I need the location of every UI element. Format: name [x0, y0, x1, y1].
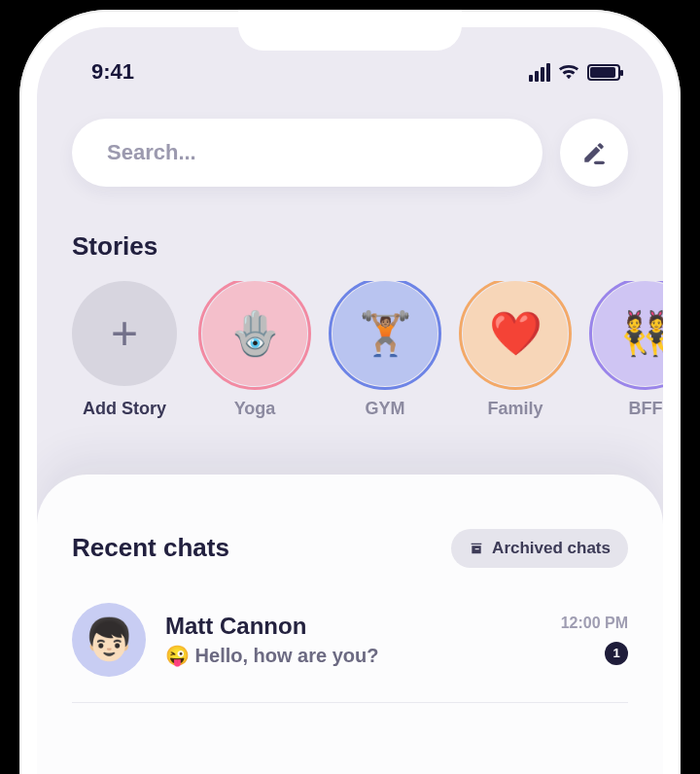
status-time: 9:41 — [91, 59, 134, 85]
plus-icon: + — [111, 310, 138, 357]
phone-frame: 9:41 Search... — [19, 10, 681, 774]
pencil-icon — [581, 140, 607, 165]
stories-row[interactable]: + Add Story 🪬 Yoga 🏋🏽 GYM ❤️ — [37, 281, 663, 420]
svg-rect-0 — [594, 161, 605, 164]
search-row: Search... — [37, 95, 663, 187]
story-emoji: 🏋🏽 — [359, 308, 412, 359]
chat-row[interactable]: 👦🏻 Matt Cannon 😜 Hello, how are you? 12:… — [72, 568, 628, 703]
chat-name: Matt Cannon — [165, 613, 542, 640]
story-emoji: ❤️ — [489, 308, 542, 359]
chat-time: 12:00 PM — [561, 615, 628, 632]
story-circle[interactable]: 🪬 — [202, 281, 307, 386]
notch — [238, 10, 462, 51]
story-item[interactable]: 👯 BFF — [593, 281, 663, 420]
chat-meta: 12:00 PM 1 — [561, 615, 628, 665]
avatar-emoji: 👦🏻 — [84, 616, 134, 663]
status-icons — [529, 63, 620, 82]
archived-chats-label: Archived chats — [492, 539, 611, 558]
chat-body: Matt Cannon 😜 Hello, how are you? — [165, 613, 542, 667]
wifi-icon — [558, 63, 579, 81]
story-circle[interactable]: 👯 — [593, 281, 663, 386]
recent-chats-title: Recent chats — [72, 533, 229, 563]
story-label: Yoga — [234, 398, 276, 420]
preview-text: Hello, how are you? — [195, 645, 379, 666]
preview-emoji: 😜 — [165, 645, 190, 666]
story-item[interactable]: 🪬 Yoga — [202, 281, 307, 420]
story-item[interactable]: ❤️ Family — [463, 281, 568, 420]
search-input[interactable]: Search... — [72, 119, 542, 187]
chats-header: Recent chats Archived chats — [72, 529, 628, 568]
add-story[interactable]: + Add Story — [72, 281, 177, 420]
story-emoji: 🪬 — [228, 308, 282, 359]
chat-preview: 😜 Hello, how are you? — [165, 644, 542, 667]
story-item[interactable]: 🏋🏽 GYM — [332, 281, 438, 420]
archived-chats-button[interactable]: Archived chats — [451, 529, 628, 568]
stories-title: Stories — [37, 187, 663, 281]
avatar[interactable]: 👦🏻 — [72, 603, 146, 677]
archive-icon — [469, 541, 484, 556]
story-circle[interactable]: 🏋🏽 — [332, 281, 438, 386]
story-circle[interactable]: ❤️ — [463, 281, 568, 386]
add-story-circle[interactable]: + — [72, 281, 177, 386]
chats-panel: Recent chats Archived chats 👦🏻 Matt Cann… — [37, 475, 663, 775]
compose-button[interactable] — [560, 119, 628, 187]
story-label: BFF — [629, 398, 663, 420]
story-label: GYM — [365, 398, 404, 420]
unread-badge: 1 — [605, 642, 628, 665]
add-story-label: Add Story — [83, 398, 166, 420]
story-label: Family — [487, 398, 542, 420]
battery-icon — [587, 64, 620, 81]
search-placeholder: Search... — [107, 140, 196, 165]
phone-screen: 9:41 Search... — [37, 27, 663, 774]
story-emoji: 👯 — [619, 308, 664, 359]
cellular-signal-icon — [529, 63, 550, 82]
